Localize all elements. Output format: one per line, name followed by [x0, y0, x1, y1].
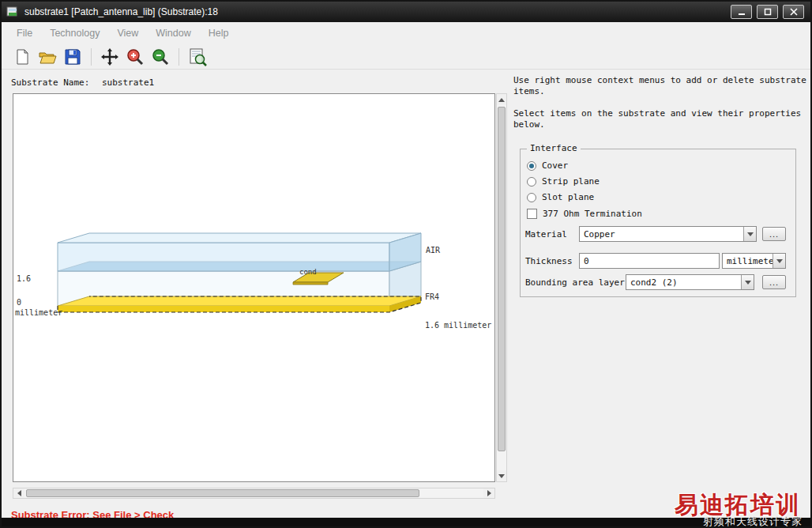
material-browse-button[interactable]: ... [762, 227, 786, 241]
open-folder-icon [38, 47, 57, 66]
radio-slot-circle [527, 193, 536, 202]
radio-slot-label: Slot plane [542, 192, 594, 202]
termination-checkbox-row[interactable]: 377 Ohm Termination [527, 209, 642, 219]
zoom-out-icon [151, 47, 170, 66]
radio-strip-plane[interactable]: Strip plane [527, 176, 600, 187]
fr4-name: FR4 [425, 292, 491, 302]
toolbar-separator [179, 48, 179, 66]
minimize-icon [738, 8, 746, 16]
pan-icon [100, 47, 119, 66]
menu-view[interactable]: View [108, 25, 147, 42]
scroll-down-button[interactable] [497, 470, 506, 481]
vertical-scrollbar[interactable] [496, 93, 507, 482]
zoom-fit-icon [188, 47, 207, 66]
substrate-3d-view [13, 94, 495, 482]
chevron-down-icon [773, 254, 785, 268]
scroll-right-button[interactable] [483, 488, 494, 498]
chevron-down-icon [741, 275, 754, 289]
dim-unit-label: millimeter [15, 308, 62, 318]
thickness-unit-select[interactable]: millimeter [722, 253, 786, 269]
window-title: substrate1 [Patch_antenna_lib] (Substrat… [24, 6, 218, 17]
up-arrow-icon [498, 98, 505, 102]
interface-groupbox: Interface Cover Strip plane Slot plane 3… [520, 149, 796, 297]
close-button[interactable] [783, 5, 804, 19]
thickness-input[interactable] [579, 253, 720, 269]
material-value: Copper [580, 229, 743, 239]
scroll-up-button[interactable] [497, 94, 506, 105]
bounding-layer-select[interactable]: cond2 (2) [626, 274, 754, 290]
minimize-button[interactable] [731, 5, 752, 19]
horizontal-scrollbar[interactable] [13, 488, 495, 499]
chevron-down-icon [743, 227, 756, 241]
scroll-left-button[interactable] [13, 488, 24, 498]
save-button[interactable] [62, 46, 84, 68]
open-button[interactable] [36, 46, 58, 68]
bounding-browse-button[interactable]: ... [762, 275, 786, 289]
maximize-button[interactable] [757, 5, 778, 19]
maximize-icon [764, 8, 772, 16]
substrate-name-value: substrate1 [102, 77, 154, 88]
radio-cover-circle [527, 161, 536, 171]
substrate-name-label: Substrate Name: [11, 77, 89, 88]
fr4-thickness: 1.6 millimeter [425, 321, 491, 330]
app-window: substrate1 [Patch_antenna_lib] (Substrat… [0, 0, 812, 528]
menu-window[interactable]: Window [147, 25, 199, 42]
substrate-name-row: Substrate Name: substrate1 [11, 77, 154, 88]
app-icon [6, 6, 19, 18]
dim-1-6-label: 1.6 [17, 274, 31, 284]
radio-slot-plane[interactable]: Slot plane [527, 192, 594, 202]
zoom-fit-button[interactable] [186, 46, 209, 68]
left-arrow-icon [17, 490, 21, 496]
fr4-label: FR4 1.6 millimeter [425, 273, 491, 349]
thickness-unit-value: millimeter [723, 256, 773, 266]
menu-bar: File Technology View Window Help [2, 22, 810, 44]
menu-help[interactable]: Help [200, 25, 238, 42]
menu-technology[interactable]: Technology [41, 25, 108, 42]
substrate-canvas[interactable]: AIR FR4 1.6 millimeter cond 1.6 0 millim… [13, 93, 495, 482]
cond-label: cond [299, 267, 317, 277]
bounding-layer-value: cond2 (2) [626, 277, 741, 288]
toolbar-separator [91, 48, 92, 66]
pan-button[interactable] [99, 46, 121, 68]
horizontal-scroll-thumb[interactable] [26, 489, 419, 497]
zoom-in-icon [126, 47, 145, 66]
help-text-select-items: Select items on the substrate and view t… [513, 108, 807, 130]
zoom-out-button[interactable] [149, 46, 171, 68]
close-icon [790, 8, 798, 16]
bounding-layer-label: Bounding area layer: [525, 277, 630, 288]
air-label: AIR [426, 246, 440, 255]
zoom-in-button[interactable] [124, 46, 146, 68]
cond2-ground-layer[interactable] [58, 296, 421, 312]
termination-checkbox-label: 377 Ohm Termination [543, 209, 642, 219]
menu-file[interactable]: File [8, 25, 41, 42]
title-bar: substrate1 [Patch_antenna_lib] (Substrat… [2, 2, 810, 22]
material-label: Material [525, 229, 567, 239]
watermark-subtitle: 射频和天线设计专家 [703, 515, 803, 528]
radio-cover[interactable]: Cover [527, 160, 568, 171]
down-arrow-icon [498, 474, 505, 478]
radio-cover-label: Cover [542, 160, 568, 171]
save-icon [64, 48, 81, 66]
right-arrow-icon [487, 490, 491, 496]
new-file-icon [13, 48, 31, 66]
interface-group-title: Interface [527, 143, 581, 153]
material-select[interactable]: Copper [579, 226, 757, 242]
radio-selected-dot [529, 164, 534, 168]
vertical-scroll-thumb[interactable] [498, 107, 506, 451]
toolbar [2, 44, 810, 70]
dim-0-label: 0 [17, 298, 21, 307]
termination-checkbox [527, 209, 537, 219]
new-file-button[interactable] [11, 46, 33, 68]
radio-strip-circle [527, 177, 536, 187]
air-layer[interactable] [58, 233, 421, 271]
help-text-context-menus: Use right mouse context menus to add or … [513, 75, 807, 97]
radio-strip-label: Strip plane [542, 176, 600, 187]
thickness-label: Thickness [525, 256, 573, 266]
